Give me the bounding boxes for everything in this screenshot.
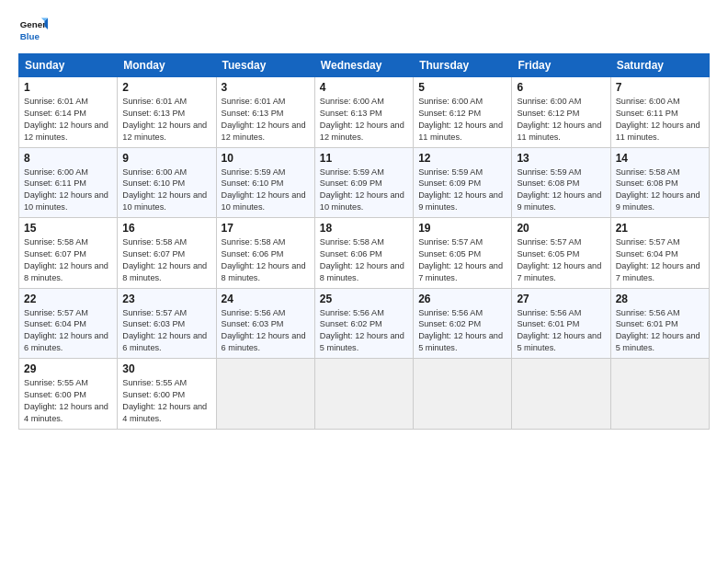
day-info: Sunrise: 5:56 AM Sunset: 6:01 PM Dayligh…	[616, 307, 704, 355]
day-number: 25	[320, 293, 408, 305]
calendar-cell: 14Sunrise: 5:58 AM Sunset: 6:08 PM Dayli…	[610, 147, 709, 218]
day-number: 30	[122, 362, 210, 375]
day-number: 27	[517, 293, 605, 305]
day-number: 29	[24, 362, 112, 375]
logo: General Blue	[18, 15, 48, 44]
day-number: 8	[24, 152, 112, 165]
day-number: 4	[320, 81, 408, 94]
day-info: Sunrise: 5:57 AM Sunset: 6:05 PM Dayligh…	[418, 236, 506, 284]
day-info: Sunrise: 5:58 AM Sunset: 6:07 PM Dayligh…	[24, 236, 112, 284]
day-number: 14	[616, 152, 704, 165]
day-info: Sunrise: 6:01 AM Sunset: 6:13 PM Dayligh…	[222, 96, 310, 144]
day-info: Sunrise: 5:58 AM Sunset: 6:08 PM Dayligh…	[616, 167, 704, 214]
calendar-cell: 9Sunrise: 6:00 AM Sunset: 6:10 PM Daylig…	[118, 147, 216, 218]
day-number: 10	[222, 152, 310, 165]
day-number: 9	[122, 152, 210, 165]
calendar-cell: 18Sunrise: 5:58 AM Sunset: 6:06 PM Dayli…	[314, 218, 413, 289]
day-info: Sunrise: 5:56 AM Sunset: 6:02 PM Dayligh…	[320, 307, 408, 355]
day-info: Sunrise: 5:59 AM Sunset: 6:10 PM Dayligh…	[222, 167, 310, 214]
day-number: 6	[517, 81, 605, 94]
calendar-cell: 4Sunrise: 6:00 AM Sunset: 6:13 PM Daylig…	[314, 77, 413, 148]
calendar-cell	[512, 359, 610, 430]
day-info: Sunrise: 5:55 AM Sunset: 6:00 PM Dayligh…	[122, 377, 210, 425]
day-info: Sunrise: 5:56 AM Sunset: 6:03 PM Dayligh…	[222, 307, 310, 355]
calendar-cell: 15Sunrise: 5:58 AM Sunset: 6:07 PM Dayli…	[19, 218, 118, 289]
calendar-cell: 7Sunrise: 6:00 AM Sunset: 6:11 PM Daylig…	[610, 77, 709, 148]
calendar-cell: 2Sunrise: 6:01 AM Sunset: 6:13 PM Daylig…	[118, 77, 216, 148]
day-info: Sunrise: 5:57 AM Sunset: 6:04 PM Dayligh…	[24, 307, 112, 355]
calendar-cell: 20Sunrise: 5:57 AM Sunset: 6:05 PM Dayli…	[512, 218, 610, 289]
day-number: 20	[517, 222, 605, 235]
day-info: Sunrise: 5:59 AM Sunset: 6:09 PM Dayligh…	[418, 167, 506, 214]
calendar-cell: 23Sunrise: 5:57 AM Sunset: 6:03 PM Dayli…	[118, 288, 216, 359]
calendar-cell: 19Sunrise: 5:57 AM Sunset: 6:05 PM Dayli…	[414, 218, 512, 289]
day-info: Sunrise: 5:58 AM Sunset: 6:06 PM Dayligh…	[222, 236, 310, 284]
day-info: Sunrise: 6:00 AM Sunset: 6:13 PM Dayligh…	[320, 96, 408, 144]
day-info: Sunrise: 5:58 AM Sunset: 6:06 PM Dayligh…	[320, 236, 408, 284]
calendar-cell: 27Sunrise: 5:56 AM Sunset: 6:01 PM Dayli…	[512, 288, 610, 359]
day-header-wednesday: Wednesday	[314, 54, 413, 77]
day-number: 16	[122, 222, 210, 235]
calendar-cell: 10Sunrise: 5:59 AM Sunset: 6:10 PM Dayli…	[216, 147, 314, 218]
day-number: 2	[122, 81, 210, 94]
day-number: 17	[222, 222, 310, 235]
day-info: Sunrise: 5:59 AM Sunset: 6:08 PM Dayligh…	[517, 167, 605, 214]
day-info: Sunrise: 5:59 AM Sunset: 6:09 PM Dayligh…	[320, 167, 408, 214]
day-number: 18	[320, 222, 408, 235]
calendar-body: 1Sunrise: 6:01 AM Sunset: 6:14 PM Daylig…	[19, 77, 710, 430]
calendar-cell: 13Sunrise: 5:59 AM Sunset: 6:08 PM Dayli…	[512, 147, 610, 218]
day-header-saturday: Saturday	[610, 54, 709, 77]
day-info: Sunrise: 6:00 AM Sunset: 6:11 PM Dayligh…	[616, 96, 704, 144]
calendar-cell: 28Sunrise: 5:56 AM Sunset: 6:01 PM Dayli…	[610, 288, 709, 359]
calendar-cell: 21Sunrise: 5:57 AM Sunset: 6:04 PM Dayli…	[610, 218, 709, 289]
calendar-week-row: 22Sunrise: 5:57 AM Sunset: 6:04 PM Dayli…	[19, 288, 710, 359]
day-number: 22	[24, 293, 112, 305]
day-header-thursday: Thursday	[414, 54, 512, 77]
day-number: 5	[418, 81, 506, 94]
svg-text:General: General	[20, 19, 48, 29]
calendar-cell: 22Sunrise: 5:57 AM Sunset: 6:04 PM Dayli…	[19, 288, 118, 359]
calendar-cell: 1Sunrise: 6:01 AM Sunset: 6:14 PM Daylig…	[19, 77, 118, 148]
day-info: Sunrise: 5:57 AM Sunset: 6:03 PM Dayligh…	[122, 307, 210, 355]
calendar-cell: 30Sunrise: 5:55 AM Sunset: 6:00 PM Dayli…	[118, 359, 216, 430]
day-header-sunday: Sunday	[19, 54, 118, 77]
calendar-cell	[414, 359, 512, 430]
day-info: Sunrise: 5:56 AM Sunset: 6:01 PM Dayligh…	[517, 307, 605, 355]
day-number: 1	[24, 81, 112, 94]
calendar-cell: 3Sunrise: 6:01 AM Sunset: 6:13 PM Daylig…	[216, 77, 314, 148]
day-info: Sunrise: 6:00 AM Sunset: 6:12 PM Dayligh…	[418, 96, 506, 144]
day-number: 26	[418, 293, 506, 305]
day-info: Sunrise: 6:00 AM Sunset: 6:11 PM Dayligh…	[24, 167, 112, 214]
day-number: 11	[320, 152, 408, 165]
calendar-cell: 6Sunrise: 6:00 AM Sunset: 6:12 PM Daylig…	[512, 77, 610, 148]
day-info: Sunrise: 6:00 AM Sunset: 6:12 PM Dayligh…	[517, 96, 605, 144]
calendar-cell: 25Sunrise: 5:56 AM Sunset: 6:02 PM Dayli…	[314, 288, 413, 359]
calendar-table: SundayMondayTuesdayWednesdayThursdayFrid…	[18, 53, 710, 430]
calendar-week-row: 1Sunrise: 6:01 AM Sunset: 6:14 PM Daylig…	[19, 77, 710, 148]
calendar-week-row: 8Sunrise: 6:00 AM Sunset: 6:11 PM Daylig…	[19, 147, 710, 218]
calendar-cell: 24Sunrise: 5:56 AM Sunset: 6:03 PM Dayli…	[216, 288, 314, 359]
day-number: 15	[24, 222, 112, 235]
calendar-header-row: SundayMondayTuesdayWednesdayThursdayFrid…	[19, 54, 710, 77]
day-header-monday: Monday	[118, 54, 216, 77]
calendar-cell: 16Sunrise: 5:58 AM Sunset: 6:07 PM Dayli…	[118, 218, 216, 289]
day-number: 3	[222, 81, 310, 94]
day-info: Sunrise: 5:57 AM Sunset: 6:04 PM Dayligh…	[616, 236, 704, 284]
generalblue-logo-icon: General Blue	[18, 15, 48, 44]
svg-text:Blue: Blue	[20, 31, 40, 41]
calendar-cell: 5Sunrise: 6:00 AM Sunset: 6:12 PM Daylig…	[414, 77, 512, 148]
calendar-week-row: 29Sunrise: 5:55 AM Sunset: 6:00 PM Dayli…	[19, 359, 710, 430]
calendar-cell: 17Sunrise: 5:58 AM Sunset: 6:06 PM Dayli…	[216, 218, 314, 289]
day-number: 7	[616, 81, 704, 94]
day-info: Sunrise: 5:57 AM Sunset: 6:05 PM Dayligh…	[517, 236, 605, 284]
calendar-cell	[216, 359, 314, 430]
day-info: Sunrise: 6:01 AM Sunset: 6:14 PM Dayligh…	[24, 96, 112, 144]
day-number: 21	[616, 222, 704, 235]
day-number: 23	[122, 293, 210, 305]
day-number: 24	[222, 293, 310, 305]
day-number: 12	[418, 152, 506, 165]
day-info: Sunrise: 6:00 AM Sunset: 6:10 PM Dayligh…	[122, 167, 210, 214]
calendar-cell: 12Sunrise: 5:59 AM Sunset: 6:09 PM Dayli…	[414, 147, 512, 218]
day-header-tuesday: Tuesday	[216, 54, 314, 77]
calendar-week-row: 15Sunrise: 5:58 AM Sunset: 6:07 PM Dayli…	[19, 218, 710, 289]
